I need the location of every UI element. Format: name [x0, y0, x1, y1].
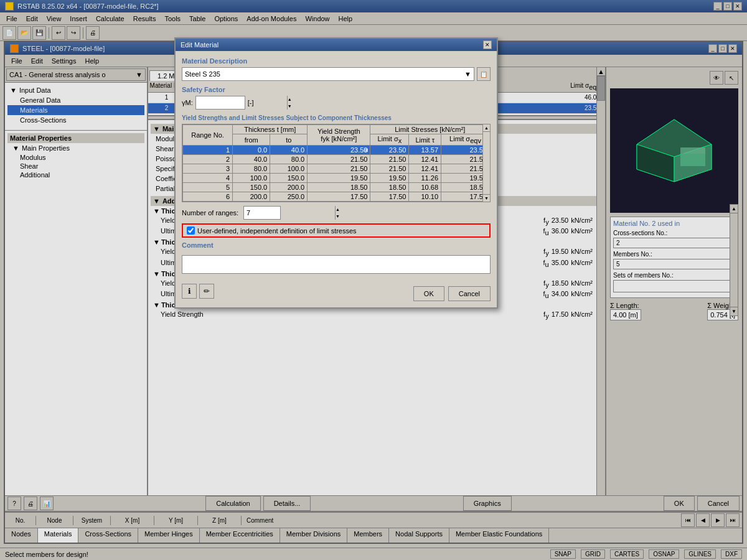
th-limit-tau: Limit τ: [409, 134, 441, 146]
cell-lsx-6: 17.50: [370, 192, 409, 202]
dialog-content: Material Description Steel S 235 ▼ 📋 Saf…: [176, 51, 497, 307]
cell-to-2: 80.0: [270, 155, 308, 164]
cell-from-3: 80.0: [233, 164, 270, 174]
cell-ltau-5: 10.68: [409, 183, 441, 192]
cell-lsx-5: 18.50: [370, 183, 409, 192]
num-ranges-label: Number of ranges:: [182, 209, 238, 217]
dialog-overlay: Edit Material ✕ Material Description Ste…: [0, 0, 747, 560]
cell-lsx-4: 19.50: [370, 174, 409, 183]
safety-row: γM: ▲ ▼ [-]: [182, 96, 491, 110]
gamma-down[interactable]: ▼: [287, 103, 292, 110]
yield-row-6[interactable]: 6 200.0 250.0 17.50 17.50 10.10 17.50: [183, 192, 490, 202]
cell-lsx-2: 21.50: [370, 155, 409, 164]
cell-lsx-1: 23.50: [370, 146, 409, 155]
cell-from-1: 0.0: [233, 146, 270, 155]
edit-indicator: ⊞: [364, 147, 369, 153]
material-select[interactable]: Steel S 235 ▼: [182, 67, 474, 81]
cell-fyk-5: 18.50: [308, 183, 370, 192]
th-thickness: Thickness t [mm]: [233, 125, 308, 134]
th-fyk: Yield Strengthfyk [kN/cm²]: [308, 125, 370, 146]
th-to: to: [270, 134, 308, 146]
mat-desc-label: Material Description: [182, 57, 491, 65]
num-ranges-value[interactable]: [244, 207, 335, 219]
comment-label: Comment: [182, 241, 491, 249]
dialog-title-text: Edit Material: [181, 41, 218, 49]
cell-to-1: 40.0: [270, 146, 308, 155]
gamma-value-input[interactable]: [196, 96, 287, 109]
cell-from-2: 40.0: [233, 155, 270, 164]
cell-fyk-6: 17.50: [308, 192, 370, 202]
gamma-up[interactable]: ▲: [287, 96, 292, 103]
material-info-btn[interactable]: 📋: [477, 67, 491, 81]
yield-row-1[interactable]: 1 0.0 40.0 23.50 ⊞ 23.50 13.57 23.50: [183, 146, 490, 155]
num-ranges-down[interactable]: ▼: [335, 213, 340, 220]
user-defined-label[interactable]: User-defined, independent definition of …: [197, 227, 357, 235]
cell-from-5: 150.0: [233, 183, 270, 192]
edit-material-dialog: Edit Material ✕ Material Description Ste…: [174, 37, 498, 309]
yield-section-label: Yield Strengths and Limit Stresses Subje…: [182, 114, 491, 121]
user-defined-row: User-defined, independent definition of …: [182, 223, 491, 238]
cell-no-4: 4: [183, 174, 233, 183]
cell-lsx-3: 21.50: [370, 164, 409, 174]
th-from: from: [233, 134, 270, 146]
dialog-cancel-btn[interactable]: Cancel: [448, 286, 491, 301]
cell-from-4: 100.0: [233, 174, 270, 183]
gamma-input[interactable]: ▲ ▼: [195, 96, 245, 110]
chevron-down-icon: ▼: [464, 70, 471, 78]
cell-to-4: 150.0: [270, 174, 308, 183]
cell-to-5: 200.0: [270, 183, 308, 192]
table-scroll-track: [483, 132, 490, 194]
num-ranges-up[interactable]: ▲: [335, 206, 340, 213]
yield-table: Range No. Thickness t [mm] Yield Strengt…: [182, 124, 490, 202]
table-scrollbar[interactable]: ▲ ▼: [482, 124, 490, 202]
th-limit-stresses: Limit Stresses [kN/cm²]: [370, 125, 490, 134]
cell-ltau-1: 13.57: [409, 146, 441, 155]
dialog-btn-area: ℹ ✏ OK Cancel: [182, 281, 491, 301]
gamma-unit: [-]: [248, 99, 254, 106]
gamma-arrows: ▲ ▼: [287, 96, 292, 110]
table-scroll-up[interactable]: ▲: [483, 124, 490, 132]
cell-to-3: 100.0: [270, 164, 308, 174]
comment-textarea[interactable]: [182, 255, 491, 274]
cell-ltau-2: 12.41: [409, 155, 441, 164]
cell-ltau-3: 12.41: [409, 164, 441, 174]
yield-row-2[interactable]: 2 40.0 80.0 21.50 21.50 12.41 21.50: [183, 155, 490, 164]
dialog-title-bar: Edit Material ✕: [176, 39, 497, 51]
dialog-close-btn[interactable]: ✕: [483, 40, 492, 49]
yield-row-5[interactable]: 5 150.0 200.0 18.50 18.50 10.68 18.50: [183, 183, 490, 192]
dialog-ok-btn[interactable]: OK: [413, 286, 444, 301]
cell-no-2: 2: [183, 155, 233, 164]
num-ranges-row: Number of ranges: ▲ ▼: [182, 206, 491, 220]
cell-no-3: 3: [183, 164, 233, 174]
cell-no-5: 5: [183, 183, 233, 192]
cell-no-6: 6: [183, 192, 233, 202]
cell-fyk-1: 23.50 ⊞: [308, 146, 370, 155]
cell-from-6: 200.0: [233, 192, 270, 202]
cell-ltau-4: 11.26: [409, 174, 441, 183]
yield-table-container: Range No. Thickness t [mm] Yield Strengt…: [182, 124, 491, 202]
cell-fyk-2: 21.50: [308, 155, 370, 164]
main-window: RSTAB 8.25.02 x64 - [00877-model-file, R…: [0, 0, 747, 560]
yield-row-4[interactable]: 4 100.0 150.0 19.50 19.50 11.26 19.50: [183, 174, 490, 183]
yield-row-3[interactable]: 3 80.0 100.0 21.50 21.50 12.41 21.50: [183, 164, 490, 174]
cell-to-6: 250.0: [270, 192, 308, 202]
cell-fyk-4: 19.50: [308, 174, 370, 183]
mat-desc-row: Steel S 235 ▼ 📋: [182, 67, 491, 81]
num-ranges-input[interactable]: ▲ ▼: [243, 206, 281, 220]
cell-no-1: 1: [183, 146, 233, 155]
table-scroll-down[interactable]: ▼: [483, 194, 490, 202]
dialog-info-btn[interactable]: ℹ: [182, 284, 197, 299]
gamma-label: γM:: [182, 99, 193, 106]
dialog-edit-btn[interactable]: ✏: [199, 284, 214, 299]
th-limit-sx: Limit σx: [370, 134, 409, 146]
safety-factor-label: Safety Factor: [182, 86, 491, 93]
num-ranges-arrows: ▲ ▼: [335, 206, 340, 220]
dialog-icon-btns: ℹ ✏: [182, 284, 214, 299]
th-range-no: Range No.: [183, 125, 233, 146]
user-defined-checkbox[interactable]: [187, 226, 195, 235]
cell-fyk-3: 21.50: [308, 164, 370, 174]
cell-ltau-6: 10.10: [409, 192, 441, 202]
dialog-actions: OK Cancel: [413, 286, 491, 301]
